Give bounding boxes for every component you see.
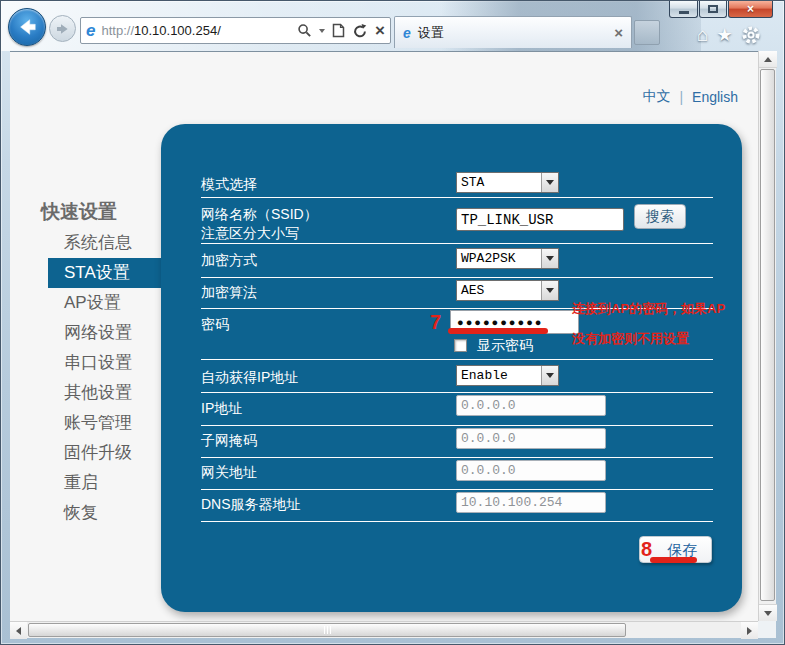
gateway-input[interactable] — [456, 460, 606, 481]
algorithm-select[interactable]: AES — [456, 280, 559, 301]
sidebar-item[interactable]: 固件升级 — [10, 438, 165, 468]
encryption-select-value: WPA2PSK — [457, 249, 541, 268]
mask-label: 子网掩码 — [201, 431, 257, 449]
tools-gear-icon[interactable] — [741, 25, 761, 45]
page-content: 中文 | English 快速设置 系统信息STA设置AP设置网络设置串口设置其… — [10, 51, 758, 621]
encryption-select[interactable]: WPA2PSK — [456, 248, 559, 269]
show-password-checkbox[interactable] — [454, 339, 467, 352]
lang-link-english[interactable]: English — [692, 89, 738, 105]
minimize-icon — [679, 11, 689, 14]
show-password-label: 显示密码 — [477, 337, 533, 355]
tab-settings[interactable]: e 设置 × — [394, 16, 632, 48]
dhcp-label: 自动获得IP地址 — [201, 368, 298, 386]
ssid-input[interactable] — [456, 208, 624, 231]
sidebar-item[interactable]: 串口设置 — [10, 348, 165, 378]
stop-icon[interactable]: × — [375, 22, 385, 39]
dhcp-select[interactable]: Enable — [456, 365, 559, 386]
scroll-down-arrow[interactable] — [759, 604, 777, 621]
search-caret-icon[interactable] — [319, 29, 325, 36]
password-label: 密码 — [201, 315, 229, 333]
annotation-underline-save — [650, 557, 697, 563]
dns-input[interactable] — [456, 492, 606, 513]
forward-button[interactable] — [49, 15, 76, 42]
sidebar-header: 快速设置 — [41, 199, 117, 225]
mask-input[interactable] — [456, 428, 606, 449]
scroll-right-arrow[interactable] — [741, 622, 758, 639]
forward-arrow-icon — [55, 21, 71, 37]
sidebar-item[interactable]: STA设置 — [48, 258, 165, 288]
annotation-underline-password — [448, 328, 548, 334]
row-separator — [201, 521, 713, 522]
address-bar[interactable]: e http://10.10.100.254/ × — [80, 17, 391, 44]
mode-select[interactable]: STA — [456, 172, 559, 193]
sidebar-item[interactable]: 其他设置 — [10, 378, 165, 408]
sidebar-item[interactable]: AP设置 — [10, 288, 165, 318]
row-separator — [201, 197, 713, 198]
annotation-step-7: 7 — [430, 311, 441, 334]
horizontal-scrollbar-thumb[interactable] — [28, 623, 626, 637]
vertical-scrollbar[interactable] — [758, 51, 776, 621]
sidebar-item[interactable]: 恢复 — [10, 498, 165, 528]
vertical-scrollbar-thumb[interactable] — [760, 69, 775, 601]
row-separator — [201, 359, 713, 360]
close-icon: × — [747, 2, 754, 16]
encryption-label: 加密方式 — [201, 251, 257, 269]
sidebar-item[interactable]: 重启 — [10, 468, 165, 498]
sidebar-items: 系统信息STA设置AP设置网络设置串口设置其他设置账号管理固件升级重启恢复 — [10, 228, 165, 528]
tab-title: 设置 — [418, 24, 614, 42]
row-separator — [201, 277, 713, 278]
url-text[interactable]: http://10.10.100.254/ — [101, 23, 297, 38]
ie-icon: e — [86, 22, 95, 39]
scroll-left-arrow[interactable] — [10, 622, 27, 639]
scrollbar-grip — [324, 626, 331, 634]
row-separator — [201, 392, 713, 393]
chevron-down-icon — [541, 366, 558, 385]
url-protocol: http:// — [101, 23, 134, 38]
row-separator — [201, 457, 713, 458]
back-button[interactable] — [8, 8, 46, 46]
sidebar-item[interactable]: 系统信息 — [10, 228, 165, 258]
close-button[interactable]: × — [728, 1, 773, 18]
refresh-icon[interactable] — [352, 23, 368, 39]
maximize-icon — [708, 5, 718, 13]
tab-ie-icon: e — [403, 26, 411, 40]
window-controls: × — [669, 1, 773, 18]
language-switcher: 中文 | English — [642, 88, 738, 106]
mode-select-value: STA — [457, 173, 541, 192]
horizontal-scrollbar[interactable] — [10, 621, 758, 638]
scrollbar-corner — [758, 621, 776, 638]
maximize-button[interactable] — [699, 1, 727, 18]
annotation-note-line1: 连接到AP的密码，如果AP — [572, 300, 725, 318]
chevron-down-icon — [541, 249, 558, 268]
new-tab-button[interactable] — [634, 20, 660, 45]
minimize-button[interactable] — [669, 1, 698, 18]
ssid-label-line1: 网络名称（SSID） — [201, 205, 318, 223]
ip-label: IP地址 — [201, 399, 242, 417]
tab-close-icon[interactable]: × — [614, 25, 623, 40]
settings-panel: 模式选择 STA 网络名称（SSID） 注意区分大小写 搜索 加密方式 WPA2… — [161, 124, 742, 612]
password-masked-value: ●●●●●●●●●● — [457, 316, 543, 328]
compatibility-page-icon[interactable] — [332, 23, 345, 38]
sidebar-item[interactable]: 账号管理 — [10, 408, 165, 438]
ip-input[interactable] — [456, 395, 606, 416]
chevron-down-icon — [541, 281, 558, 300]
search-button[interactable]: 搜索 — [634, 204, 686, 229]
dns-label: DNS服务器地址 — [201, 495, 301, 513]
row-separator — [201, 489, 713, 490]
dhcp-select-value: Enable — [457, 366, 541, 385]
home-icon[interactable]: ⌂ — [697, 24, 708, 46]
url-host: 10.10.100.254/ — [134, 23, 221, 38]
row-separator — [201, 243, 713, 244]
lang-link-chinese[interactable]: 中文 — [642, 88, 670, 106]
favorites-star-icon[interactable]: ★ — [716, 24, 732, 46]
search-icon[interactable] — [297, 23, 312, 38]
mode-label: 模式选择 — [201, 175, 257, 193]
scroll-up-arrow[interactable] — [759, 51, 777, 68]
lang-divider: | — [679, 89, 683, 105]
back-arrow-icon — [16, 16, 38, 38]
annotation-note-line2: 没有加密则不用设置 — [572, 330, 689, 348]
sidebar-item[interactable]: 网络设置 — [10, 318, 165, 348]
gateway-label: 网关地址 — [201, 463, 257, 481]
browser-window: × e http://10.10.100.254/ × e 设置 × ⌂ ★ 中… — [0, 0, 785, 645]
ssid-label-line2: 注意区分大小写 — [201, 224, 299, 242]
